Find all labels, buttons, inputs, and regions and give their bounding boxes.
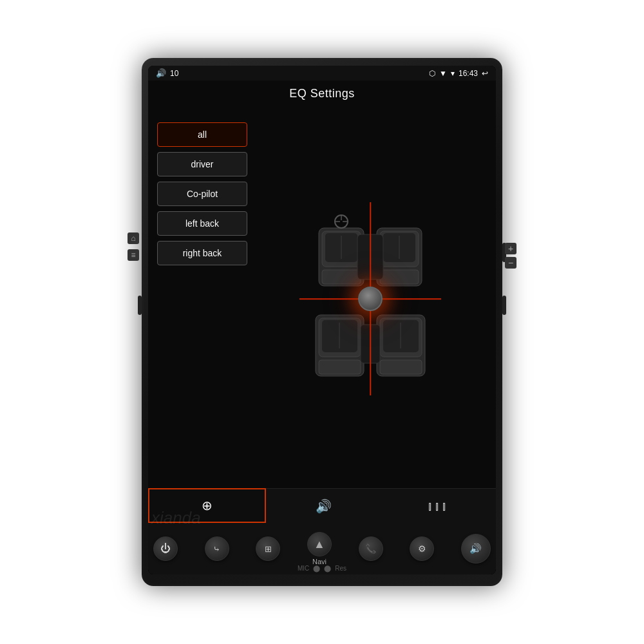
plus-button[interactable]: +	[505, 243, 516, 254]
btn-left-back[interactable]: left back	[157, 211, 247, 236]
wifi-icon: ▾	[451, 69, 455, 78]
mic-label: MIC	[298, 565, 309, 572]
svg-rect-4	[322, 270, 361, 284]
svg-rect-9	[380, 270, 419, 284]
time-display: 16:43	[459, 69, 478, 78]
car-unit-device: ⌂ ≡ + − 🔊 10 ⬡ ▼ ▾ 16:43 ↩ EQ Settings	[142, 58, 502, 586]
home-button[interactable]: ⌂	[128, 232, 139, 244]
nav-eq-btn[interactable]: ⫿⫿⫿	[381, 488, 496, 523]
navi-icon: ▲	[307, 532, 332, 556]
seat-visualization	[254, 109, 487, 488]
status-right: ⬡ ▼ ▾ 16:43 ↩	[429, 69, 488, 78]
screen-content: EQ Settings all driver Co-pilot left bac…	[148, 80, 496, 488]
navi-button[interactable]: ▲ Navi	[307, 532, 332, 565]
screen: 🔊 10 ⬡ ▼ ▾ 16:43 ↩ EQ Settings all drive…	[148, 66, 496, 574]
btn-all[interactable]: all	[157, 122, 247, 147]
volume-icon: 🔊	[156, 68, 166, 78]
left-bump	[138, 296, 142, 315]
phone-button[interactable]: 📞	[359, 536, 383, 561]
power-button[interactable]: ⏻	[153, 536, 178, 561]
speaker-knob[interactable]	[358, 287, 383, 311]
btn-right-back[interactable]: right back	[157, 241, 247, 265]
speaker-volume-button[interactable]: 🔊	[461, 534, 491, 564]
eq-channel-buttons: all driver Co-pilot left back right back	[157, 109, 247, 488]
status-bar: 🔊 10 ⬡ ▼ ▾ 16:43 ↩	[148, 66, 496, 80]
car-top-view	[306, 209, 435, 389]
volume-buttons: + −	[505, 243, 516, 269]
grid-button[interactable]: ⊞	[256, 536, 280, 561]
left-side-buttons: ⌂ ≡	[128, 232, 139, 261]
eq-body: all driver Co-pilot left back right back	[157, 109, 487, 488]
bottom-nav: ⊕ 🔊 ⫿⫿⫿	[148, 488, 496, 523]
res-label: Res	[335, 565, 346, 572]
location-icon: ▼	[439, 69, 447, 78]
nav-position-btn[interactable]: ⊕	[148, 488, 266, 523]
volume-level: 10	[170, 69, 178, 78]
svg-rect-16	[322, 320, 357, 352]
nav-volume-btn[interactable]: 🔊	[266, 488, 381, 523]
screen-title: EQ Settings	[157, 87, 487, 100]
back-car-button[interactable]: ⤷	[205, 536, 229, 561]
svg-rect-21	[383, 320, 419, 352]
status-left: 🔊 10	[156, 68, 178, 78]
settings-button[interactable]: ⚙	[410, 536, 434, 561]
btn-driver[interactable]: driver	[157, 152, 247, 176]
minus-button[interactable]: −	[505, 257, 516, 269]
nav-volume-icon: 🔊	[316, 498, 332, 514]
bluetooth-icon: ⬡	[429, 69, 435, 78]
position-icon: ⊕	[202, 498, 213, 513]
svg-rect-18	[319, 360, 361, 374]
right-bump-bottom	[502, 296, 506, 315]
back-icon[interactable]: ↩	[482, 69, 488, 78]
svg-rect-23	[380, 360, 422, 374]
menu-button[interactable]: ≡	[128, 249, 139, 261]
eq-icon: ⫿⫿⫿	[428, 499, 449, 513]
btn-copilot[interactable]: Co-pilot	[157, 182, 247, 206]
mic-indicator: MIC ⬤ ⬤ Res	[298, 565, 346, 572]
